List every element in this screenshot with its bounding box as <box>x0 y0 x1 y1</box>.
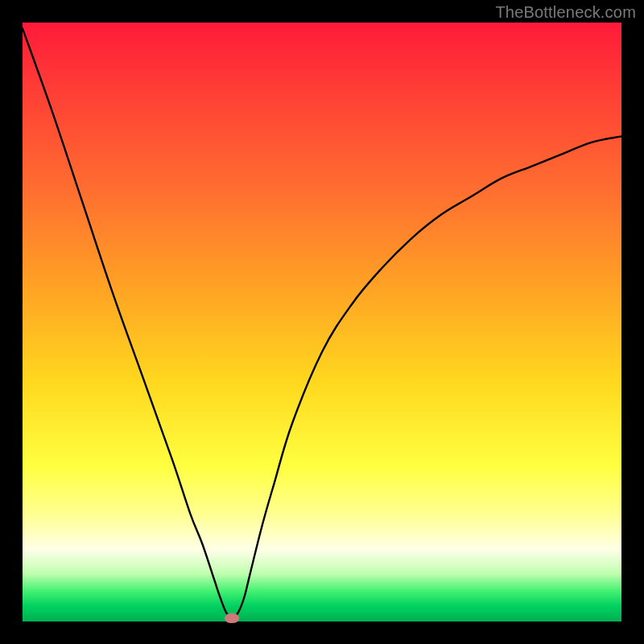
curve-path <box>23 28 621 618</box>
bottleneck-curve <box>23 23 621 621</box>
chart-frame: TheBottleneck.com <box>0 0 644 644</box>
optimum-marker <box>225 613 239 623</box>
chart-plot-area <box>23 23 621 621</box>
watermark-text: TheBottleneck.com <box>495 3 636 22</box>
